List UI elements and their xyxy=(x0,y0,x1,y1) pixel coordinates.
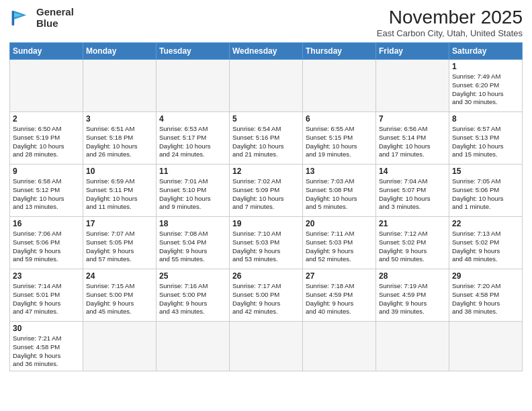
day-info: Sunrise: 7:03 AM Sunset: 5:08 PM Dayligh… xyxy=(306,177,373,212)
header-sunday: Sunday xyxy=(10,43,83,60)
day-info: Sunrise: 6:58 AM Sunset: 5:12 PM Dayligh… xyxy=(13,177,80,212)
day-number: 4 xyxy=(159,114,226,124)
table-row: 20Sunrise: 7:11 AM Sunset: 5:03 PM Dayli… xyxy=(303,217,376,269)
table-row: 2Sunrise: 6:50 AM Sunset: 5:19 PM Daylig… xyxy=(10,112,83,165)
table-row xyxy=(376,60,449,112)
day-info: Sunrise: 7:01 AM Sunset: 5:10 PM Dayligh… xyxy=(159,177,226,212)
table-row: 10Sunrise: 6:59 AM Sunset: 5:11 PM Dayli… xyxy=(83,165,157,217)
header-tuesday: Tuesday xyxy=(157,43,230,60)
table-row xyxy=(376,322,449,371)
table-row: 4Sunrise: 6:53 AM Sunset: 5:17 PM Daylig… xyxy=(157,112,230,165)
table-row xyxy=(83,322,157,371)
table-row: 21Sunrise: 7:12 AM Sunset: 5:02 PM Dayli… xyxy=(376,217,449,269)
logo-line1: General xyxy=(36,6,74,17)
day-number: 16 xyxy=(13,219,80,228)
table-row: 14Sunrise: 7:04 AM Sunset: 5:07 PM Dayli… xyxy=(376,165,449,217)
table-row: 28Sunrise: 7:19 AM Sunset: 4:59 PM Dayli… xyxy=(376,269,449,322)
table-row: 16Sunrise: 7:06 AM Sunset: 5:06 PM Dayli… xyxy=(10,217,83,269)
day-info: Sunrise: 6:56 AM Sunset: 5:14 PM Dayligh… xyxy=(379,125,446,159)
day-number: 20 xyxy=(306,219,373,228)
day-info: Sunrise: 6:54 AM Sunset: 5:16 PM Dayligh… xyxy=(232,125,300,159)
table-row: 18Sunrise: 7:08 AM Sunset: 5:04 PM Dayli… xyxy=(157,217,230,269)
header-saturday: Saturday xyxy=(449,43,523,60)
day-info: Sunrise: 7:04 AM Sunset: 5:07 PM Dayligh… xyxy=(379,177,446,212)
day-number: 17 xyxy=(86,219,153,228)
table-row xyxy=(303,322,376,371)
day-info: Sunrise: 6:55 AM Sunset: 5:15 PM Dayligh… xyxy=(306,125,373,159)
day-number: 21 xyxy=(379,219,446,228)
day-info: Sunrise: 6:50 AM Sunset: 5:19 PM Dayligh… xyxy=(13,125,80,159)
header-wednesday: Wednesday xyxy=(230,43,303,60)
table-row: 1Sunrise: 7:49 AM Sunset: 6:20 PM Daylig… xyxy=(449,60,523,112)
day-info: Sunrise: 7:07 AM Sunset: 5:05 PM Dayligh… xyxy=(86,230,153,264)
day-number: 27 xyxy=(306,271,373,281)
table-row: 5Sunrise: 6:54 AM Sunset: 5:16 PM Daylig… xyxy=(230,112,303,165)
day-info: Sunrise: 6:59 AM Sunset: 5:11 PM Dayligh… xyxy=(86,177,153,212)
day-number: 18 xyxy=(159,219,226,228)
day-info: Sunrise: 6:53 AM Sunset: 5:17 PM Dayligh… xyxy=(159,125,226,159)
header-thursday: Thursday xyxy=(303,43,376,60)
day-info: Sunrise: 7:06 AM Sunset: 5:06 PM Dayligh… xyxy=(13,230,80,264)
day-number: 13 xyxy=(306,167,373,176)
logo-text: General Blue xyxy=(36,7,74,29)
day-number: 8 xyxy=(452,114,519,124)
day-number: 15 xyxy=(452,167,519,176)
day-number: 24 xyxy=(86,271,153,281)
day-info: Sunrise: 7:19 AM Sunset: 4:59 PM Dayligh… xyxy=(379,282,446,316)
day-info: Sunrise: 7:16 AM Sunset: 5:00 PM Dayligh… xyxy=(159,282,226,316)
table-row xyxy=(157,60,230,112)
day-number: 22 xyxy=(452,219,519,228)
day-number: 12 xyxy=(232,167,300,176)
day-number: 10 xyxy=(86,167,153,176)
day-info: Sunrise: 7:21 AM Sunset: 4:58 PM Dayligh… xyxy=(13,334,80,369)
day-number: 3 xyxy=(86,114,153,124)
table-row: 27Sunrise: 7:18 AM Sunset: 4:59 PM Dayli… xyxy=(303,269,376,322)
table-row xyxy=(230,322,303,371)
table-row: 19Sunrise: 7:10 AM Sunset: 5:03 PM Dayli… xyxy=(230,217,303,269)
day-info: Sunrise: 6:57 AM Sunset: 5:13 PM Dayligh… xyxy=(452,125,519,159)
header-monday: Monday xyxy=(83,43,157,60)
day-info: Sunrise: 7:17 AM Sunset: 5:00 PM Dayligh… xyxy=(232,282,300,316)
day-number: 23 xyxy=(13,271,80,281)
calendar-header-row: Sunday Monday Tuesday Wednesday Thursday… xyxy=(10,43,523,60)
header: General Blue November 2025 East Carbon C… xyxy=(9,7,523,38)
logo-line2: Blue xyxy=(36,17,58,29)
table-row: 8Sunrise: 6:57 AM Sunset: 5:13 PM Daylig… xyxy=(449,112,523,165)
table-row xyxy=(303,60,376,112)
table-row xyxy=(449,322,523,371)
day-number: 7 xyxy=(379,114,446,124)
day-number: 2 xyxy=(13,114,80,124)
day-info: Sunrise: 7:11 AM Sunset: 5:03 PM Dayligh… xyxy=(306,230,373,264)
location-title: East Carbon City, Utah, United States xyxy=(377,28,523,38)
table-row xyxy=(230,60,303,112)
table-row: 7Sunrise: 6:56 AM Sunset: 5:14 PM Daylig… xyxy=(376,112,449,165)
day-number: 19 xyxy=(232,219,300,228)
day-number: 1 xyxy=(452,62,519,71)
day-number: 14 xyxy=(379,167,446,176)
day-info: Sunrise: 7:02 AM Sunset: 5:09 PM Dayligh… xyxy=(232,177,300,212)
day-info: Sunrise: 7:49 AM Sunset: 6:20 PM Dayligh… xyxy=(452,73,519,107)
table-row: 11Sunrise: 7:01 AM Sunset: 5:10 PM Dayli… xyxy=(157,165,230,217)
svg-rect-0 xyxy=(12,11,15,26)
day-info: Sunrise: 7:10 AM Sunset: 5:03 PM Dayligh… xyxy=(232,230,300,264)
day-info: Sunrise: 7:12 AM Sunset: 5:02 PM Dayligh… xyxy=(379,230,446,264)
table-row: 3Sunrise: 6:51 AM Sunset: 5:18 PM Daylig… xyxy=(83,112,157,165)
month-title: November 2025 xyxy=(377,7,523,28)
table-row: 23Sunrise: 7:14 AM Sunset: 5:01 PM Dayli… xyxy=(10,269,83,322)
table-row: 22Sunrise: 7:13 AM Sunset: 5:02 PM Dayli… xyxy=(449,217,523,269)
day-info: Sunrise: 7:13 AM Sunset: 5:02 PM Dayligh… xyxy=(452,230,519,264)
title-area: November 2025 East Carbon City, Utah, Un… xyxy=(377,7,523,38)
table-row: 29Sunrise: 7:20 AM Sunset: 4:58 PM Dayli… xyxy=(449,269,523,322)
day-info: Sunrise: 7:05 AM Sunset: 5:06 PM Dayligh… xyxy=(452,177,519,212)
table-row: 9Sunrise: 6:58 AM Sunset: 5:12 PM Daylig… xyxy=(10,165,83,217)
table-row: 6Sunrise: 6:55 AM Sunset: 5:15 PM Daylig… xyxy=(303,112,376,165)
day-number: 9 xyxy=(13,167,80,176)
day-info: Sunrise: 7:14 AM Sunset: 5:01 PM Dayligh… xyxy=(13,282,80,316)
table-row xyxy=(157,322,230,371)
day-number: 28 xyxy=(379,271,446,281)
day-number: 29 xyxy=(452,271,519,281)
table-row xyxy=(10,60,83,112)
table-row: 17Sunrise: 7:07 AM Sunset: 5:05 PM Dayli… xyxy=(83,217,157,269)
table-row xyxy=(83,60,157,112)
table-row: 12Sunrise: 7:02 AM Sunset: 5:09 PM Dayli… xyxy=(230,165,303,217)
